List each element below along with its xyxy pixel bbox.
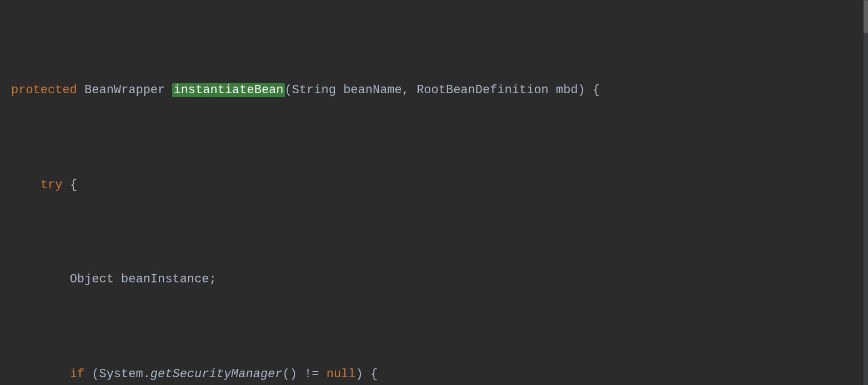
code-line-3: Object beanInstance;: [0, 270, 868, 289]
code-line-1: protected BeanWrapper instantiateBean(St…: [0, 81, 868, 100]
keyword-if: if: [70, 367, 84, 381]
code-line-2: try {: [0, 176, 868, 195]
keyword-protected: protected: [11, 83, 77, 97]
code-text: {: [70, 178, 77, 192]
code-text: ) {: [356, 367, 378, 381]
code-line-4: if (System.getSecurityManager() != null)…: [0, 365, 868, 384]
code-text: (System.getSecurityManager() !=: [92, 367, 326, 381]
keyword-null: null: [327, 367, 356, 381]
scrollbar-thumb[interactable]: [864, 0, 868, 33]
code-editor: protected BeanWrapper instantiateBean(St…: [0, 0, 868, 385]
scrollbar-right[interactable]: [864, 0, 868, 385]
code-text: Object beanInstance;: [70, 272, 217, 286]
method-name-instantiatebean: instantiateBean: [172, 83, 284, 97]
type-beanwrapper: BeanWrapper: [84, 83, 165, 97]
code-text: (String beanName, RootBeanDefinition mbd…: [285, 83, 600, 97]
keyword-try: try: [41, 178, 63, 192]
